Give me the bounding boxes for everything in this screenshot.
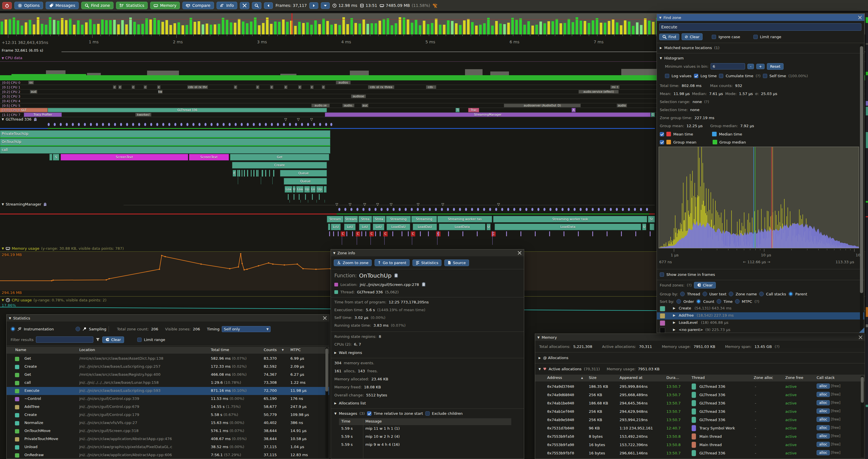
sample-dot[interactable] <box>411 208 413 211</box>
sample-dot[interactable] <box>592 208 594 211</box>
found-zone-row[interactable]: ▶LoadLevel(18) 406.88 µs <box>657 320 865 327</box>
next-frame-button[interactable] <box>309 2 318 9</box>
table-row[interactable]: 0x74ab1ef040256 KB294,629,948ns13:50.7GL… <box>535 407 865 416</box>
column-header-mtpc[interactable]: MTPC <box>290 348 301 352</box>
sample-dot[interactable] <box>393 208 395 211</box>
sample-dot[interactable] <box>356 208 359 211</box>
timeline-zone[interactable]: Get <box>230 154 329 160</box>
mean-median-checkbox[interactable] <box>660 132 664 136</box>
sort-by-order-radio[interactable] <box>676 299 681 304</box>
sample-dot[interactable] <box>459 208 461 211</box>
sample-dot[interactable] <box>586 208 588 211</box>
group-by-thread-radio[interactable] <box>680 292 685 296</box>
cpu-context-chip[interactable]: c <box>144 85 147 89</box>
sample-dot[interactable] <box>580 208 582 211</box>
cpu-context-chip[interactable]: c <box>113 85 116 89</box>
table-row[interactable]: OnRedrawjni/../jni/src/claw/application/… <box>7 451 330 459</box>
tools-button[interactable] <box>240 2 249 9</box>
sample-dot[interactable] <box>441 208 443 211</box>
sample-dot[interactable] <box>48 123 50 126</box>
sample-dot[interactable] <box>489 208 491 211</box>
alloc-callstack-button[interactable]: alloc <box>816 450 830 455</box>
tiny-zone[interactable] <box>237 170 239 176</box>
table-row[interactable]: Normalizejni/../jni/src/claw/vfs/Vfs.cpp… <box>7 419 330 427</box>
timeline-zone[interactable]: U <box>293 186 296 193</box>
error-zone[interactable]: C <box>355 231 360 236</box>
sample-dot[interactable] <box>634 208 636 211</box>
sample-dot[interactable] <box>235 123 237 126</box>
close-icon[interactable] <box>323 316 327 320</box>
selected-frame-marker[interactable] <box>291 13 292 34</box>
timeline-zone[interactable]: Queue <box>280 170 327 176</box>
ignore-case-checkbox[interactable] <box>712 35 716 39</box>
table-row[interactable]: calljni/../jni/../../../src/claw/base/Lu… <box>7 379 330 387</box>
table-row[interactable]: Createjni/../jni/src/guif/Control.cpp:17… <box>7 411 330 419</box>
timeline-zone[interactable]: ScreenText <box>189 154 229 160</box>
alloc-callstack-button[interactable]: alloc <box>816 392 830 397</box>
table-row[interactable]: Get/mnt/e/claw/src/claw/base/Registry.hp… <box>7 371 330 379</box>
cpu-context-chip[interactable]: audios <box>336 81 351 85</box>
tiny-zone[interactable] <box>244 170 245 176</box>
sample-dot[interactable] <box>126 123 128 126</box>
cpu-thread-zone[interactable]: Ti <box>456 108 460 112</box>
time-relative-checkbox[interactable] <box>367 412 371 416</box>
cpu-context-chip[interactable]: aud <box>30 90 37 94</box>
timeline-minimap[interactable] <box>865 13 868 459</box>
timing-select[interactable]: Self only▼ <box>222 326 271 332</box>
table-row[interactable]: AddTreejni/../jni/src/guif/Control.cpp:6… <box>7 403 330 411</box>
memory-usage-header[interactable]: ▼ Memory usage (y-range: 30.88 KB, visib… <box>2 246 124 251</box>
reset-button[interactable]: Reset <box>767 63 783 70</box>
find-zone-query-input[interactable] <box>659 23 861 31</box>
sample-dot[interactable] <box>399 208 401 211</box>
tiny-zone[interactable] <box>251 170 252 176</box>
alloc-callstack-button[interactable]: alloc <box>816 400 830 405</box>
cpu-thread-zone[interactable]: StreamingManager <box>325 112 651 117</box>
sample-dot[interactable] <box>519 208 521 211</box>
streaming-zone[interactable]: Strea <box>373 216 385 223</box>
streaming-zone[interactable]: Stream <box>327 216 343 223</box>
histogram-toggle[interactable]: ▼Histogram <box>660 55 684 61</box>
cpu-context-chip[interactable]: c <box>157 85 161 89</box>
sample-dot[interactable] <box>265 123 267 126</box>
column-header-dura-[interactable]: Dura… <box>666 375 679 380</box>
zone-info-titlebar[interactable]: ▼Zone info <box>331 250 524 256</box>
min-bin-input[interactable] <box>711 63 745 69</box>
sample-dot[interactable] <box>156 123 158 126</box>
group-by-user-text-radio[interactable] <box>703 292 707 296</box>
tiny-zone[interactable] <box>242 170 242 176</box>
timeline-zone[interactable] <box>50 154 52 160</box>
streaming-zone[interactable]: LoU <box>373 224 384 230</box>
close-icon[interactable] <box>858 15 862 20</box>
find-zone-titlebar[interactable]: ▼Find zone <box>657 14 864 21</box>
cpu-context-chip[interactable]: audio <box>617 104 627 107</box>
message-sliver[interactable] <box>375 231 376 236</box>
streaming-zone[interactable]: Streaming <box>386 216 411 223</box>
streaming-zone[interactable]: Streaming <box>411 216 437 223</box>
frame-marker-triangle[interactable]: ▽ <box>284 118 287 121</box>
message-sliver[interactable] <box>535 231 536 236</box>
filter-clear-button[interactable]: Clear <box>102 336 124 343</box>
log-time-checkbox[interactable] <box>694 74 698 78</box>
timeline-zone[interactable] <box>324 186 327 193</box>
column-header-total-time[interactable]: Total time <box>211 348 229 352</box>
sort-by-count-radio[interactable] <box>696 299 701 304</box>
sample-dot[interactable] <box>574 208 576 211</box>
cpu-context-chip[interactable]: cds_ <box>426 85 436 89</box>
streaming-zone[interactable]: Streaming worker task <box>493 216 647 223</box>
group-by-zone-name-radio[interactable] <box>729 292 733 296</box>
sample-dot[interactable] <box>556 208 558 211</box>
tiny-zone[interactable] <box>239 170 240 176</box>
sample-dot[interactable] <box>180 123 182 126</box>
streaming-zone[interactable]: U <box>642 224 646 230</box>
timeline-zone[interactable]: Lo <box>310 186 316 193</box>
cpu-context-chip[interactable]: c <box>310 85 314 89</box>
cpu-context-chip[interactable]: mi_t <box>610 85 620 89</box>
message-sliver[interactable] <box>578 231 579 236</box>
message-sliver[interactable] <box>333 231 334 236</box>
sample-dot[interactable] <box>229 123 230 126</box>
timeline-zone[interactable]: Loa <box>285 186 292 193</box>
column-header-appeared-at[interactable]: Appeared at <box>620 375 643 380</box>
sample-dot[interactable] <box>386 208 389 211</box>
cpu-thread-zone[interactable]: Trac <box>468 108 479 112</box>
cpu-usage-header[interactable]: ▼ CPU usage (y-range: 0.78%, visible dat… <box>2 298 106 302</box>
